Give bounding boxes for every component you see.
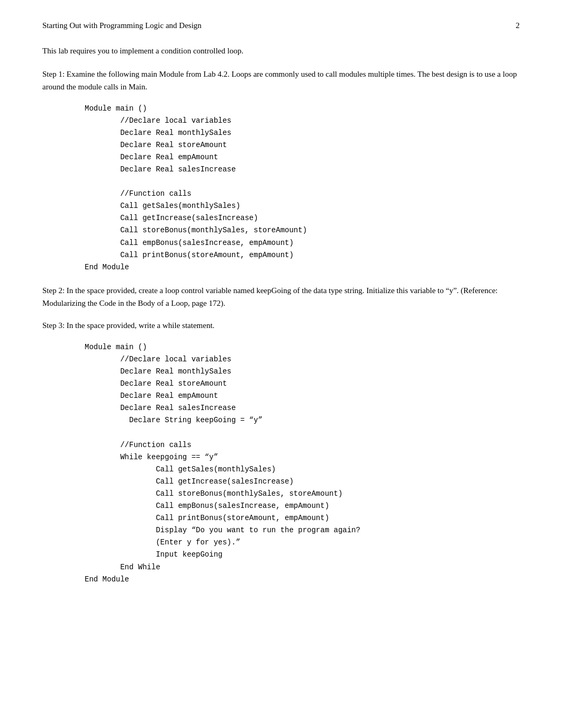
page-number: 2 [516, 21, 520, 30]
step2-section: Step 2: In the space provided, create a … [42, 284, 520, 310]
page-header: Starting Out with Programming Logic and … [42, 21, 520, 30]
page-title: Starting Out with Programming Logic and … [42, 21, 202, 30]
code-block-1: Module main () //Declare local variables… [85, 103, 520, 274]
step3-text: In the space provided, write a while sta… [65, 321, 214, 330]
step1-text: Examine the following main Module from L… [42, 70, 517, 91]
step3-label: Step 3: [42, 321, 65, 330]
step1-section: Step 1: Examine the following main Modul… [42, 68, 520, 93]
step2-label: Step 2: [42, 286, 65, 295]
intro-text: This lab requires you to implement a con… [42, 47, 243, 55]
code-block-2: Module main () //Declare local variables… [85, 341, 520, 586]
step1-label: Step 1: [42, 70, 65, 78]
step3-section: Step 3: In the space provided, write a w… [42, 319, 520, 332]
intro-paragraph: This lab requires you to implement a con… [42, 45, 520, 57]
step2-text: In the space provided, create a loop con… [42, 286, 498, 307]
